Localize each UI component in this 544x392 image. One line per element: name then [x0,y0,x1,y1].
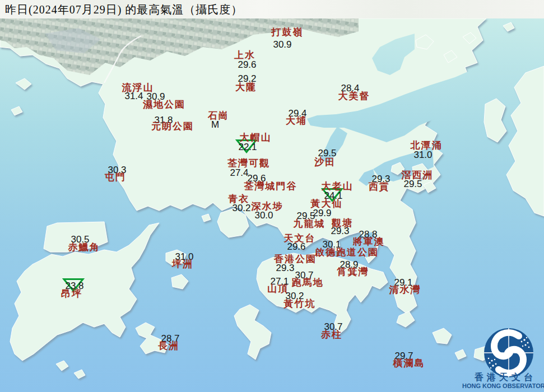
station-temp-value: 29.6 [238,60,256,69]
station-name-label: 大隴 [235,82,257,92]
station-name-label: 沙田 [314,157,336,167]
logo-name-english: HONG KONG OBSERVATORY [462,382,544,389]
station-name-label: 天文台 [284,234,316,243]
station-name-label: 大美督 [338,91,370,101]
station-name-label: 黃大仙 [311,199,343,208]
station-name-label: 元朗公園 [151,122,194,131]
station-name-label: 赤鱲角 [68,242,100,252]
hko-logo: 香港天文台 HONG KONG OBSERVATORY [467,326,544,392]
station-name-label: 清水灣 [389,285,421,295]
station-name-label: 大帽山 [240,133,272,142]
station-name-label: 荃灣可觀 [227,158,270,168]
station-name-label: 香港公園 [274,254,317,264]
station-name-label: 黃竹坑 [284,299,316,309]
station-name-label: 啟德跑道公園 [315,248,379,257]
station-name-label: 跑馬地 [292,278,324,287]
station-name-label: 赤柱 [321,330,342,339]
station-name-label: 滘西洲 [402,170,434,180]
station-name-label: 大老山 [322,181,354,191]
station-name-label: 西貢 [369,182,390,192]
station-name-label: 濕地公園 [143,100,185,109]
station-name-label: 打鼓嶺 [272,27,304,37]
station-name-label: 筲箕灣 [337,267,369,277]
station-name-label: 荃灣城門谷 [244,181,297,191]
station-temp-value: 30.2 [232,203,250,213]
station-temp-value: 29.3 [276,263,294,273]
station-name-label: 屯門 [105,172,126,182]
station-name-label: 大埔 [286,116,307,125]
logo-name-chinese: 香港天文台 [467,372,544,384]
station-name-label: 觀塘 [332,218,353,228]
station-name-label: 石崗 [208,111,229,120]
station-name-label: 深水埗 [252,202,283,211]
station-temp-value: M [211,120,219,129]
station-name-label: 北潭涌 [411,141,443,150]
station-temp-value: 30.0 [254,211,273,220]
hko-max-temperature-map-screen: 昨日(2024年07月29日) 的最高氣溫（攝氏度） 30.9打鼓嶺29.6上水… [0,0,544,392]
station-name-label: 坪洲 [172,259,193,269]
station-name-label: 九龍城 [294,219,326,228]
station-temp-value: 31.0 [413,150,432,160]
station-name-label: 上水 [234,50,255,60]
station-name-label: 長洲 [158,341,179,351]
station-temp-value: 27.4 [230,168,248,178]
station-temp-value: 29.5 [403,179,422,189]
station-labels-layer: 30.9打鼓嶺29.6上水29.2大隴28.4大美督31.4流浮山30.9濕地公… [0,0,544,392]
station-name-label: 青衣 [228,194,249,204]
station-name-label: 昂坪 [61,289,82,298]
station-temp-value: 22.1 [238,142,257,152]
station-name-label: 將軍澳 [353,237,385,246]
station-name-label: 橫瀾島 [393,358,425,368]
station-temp-value: 29.9 [313,208,331,218]
station-temp-value: 30.9 [273,40,291,49]
